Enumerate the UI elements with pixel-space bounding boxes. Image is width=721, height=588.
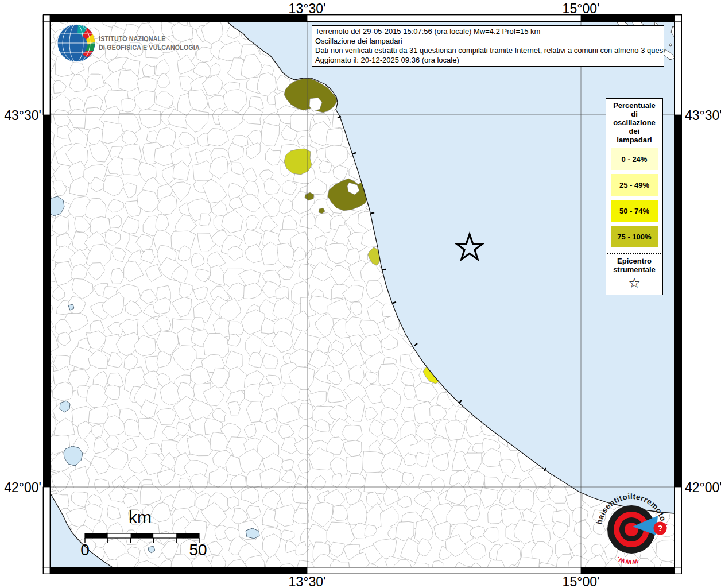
legend-epicenter-label: Epicentro strumentale <box>606 257 662 274</box>
lon-label-top-13-30: 13°30' <box>273 1 342 17</box>
municipality-cell <box>259 382 273 396</box>
data-disclaimer: Dati non verificati estratti da 31 quest… <box>315 46 661 56</box>
municipality-cell <box>327 522 354 546</box>
legend-class-50-74: 50 - 74% <box>611 200 658 222</box>
lat-label-right-43-30: 43°30' <box>685 108 721 123</box>
scale-max-label: 50 <box>185 541 211 559</box>
lon-label-top-15-00: 15°00' <box>546 1 615 17</box>
ingv-globe-icon <box>57 24 95 62</box>
map-subject: Oscillazione dei lampadari <box>315 37 661 47</box>
last-updated: Aggiornato il: 20-12-2025 09:36 (ora loc… <box>315 56 661 65</box>
municipality-cell <box>200 214 211 226</box>
islet <box>669 44 672 46</box>
lat-label-left-43-30: 43°30' <box>0 108 41 123</box>
municipality-cell <box>327 128 343 147</box>
legend-class-25-49: 25 - 49% <box>611 174 658 196</box>
lat-label-left-42-00: 42°00' <box>0 480 41 496</box>
municipality-cell <box>211 432 227 452</box>
legend: Percentuale di oscillazione dei lampadar… <box>606 98 663 295</box>
lon-label-bottom-13-30: 13°30' <box>273 574 342 588</box>
legend-class-0-24: 0 - 24% <box>611 148 658 170</box>
seismic-intensity-map-page: { "map": { "colors": { "sea": "#d9eaf8",… <box>0 0 721 588</box>
legend-epicenter-star-icon: ☆ <box>606 274 662 291</box>
ingv-wordmark-line1: ISTITUTO NAZIONALE <box>99 34 200 43</box>
lat-label-right-42-00: 42°00' <box>685 480 721 496</box>
scale-unit-label: km <box>117 508 163 527</box>
ingv-wordmark: ISTITUTO NAZIONALE DI GEOFISICA E VULCAN… <box>99 34 200 52</box>
legend-title: Percentuale di oscillazione dei lampadar… <box>606 101 662 144</box>
legend-class-75-100: 75 - 100% <box>611 226 658 247</box>
municipality-cell <box>282 459 293 471</box>
municipality-cell <box>299 403 314 420</box>
ingv-wordmark-line2: DI GEOFISICA E VULCANOLOGIA <box>99 43 200 52</box>
lon-label-bottom-15-00: 15°00' <box>546 574 615 588</box>
earthquake-info-box: Terremoto del 29-05-2015 15:07:56 (ora l… <box>312 25 664 67</box>
scale-min-label: 0 <box>72 541 98 559</box>
earthquake-title: Terremoto del 29-05-2015 15:07:56 (ora l… <box>315 27 661 37</box>
legend-divider <box>607 253 661 254</box>
municipality-cell <box>396 521 414 540</box>
